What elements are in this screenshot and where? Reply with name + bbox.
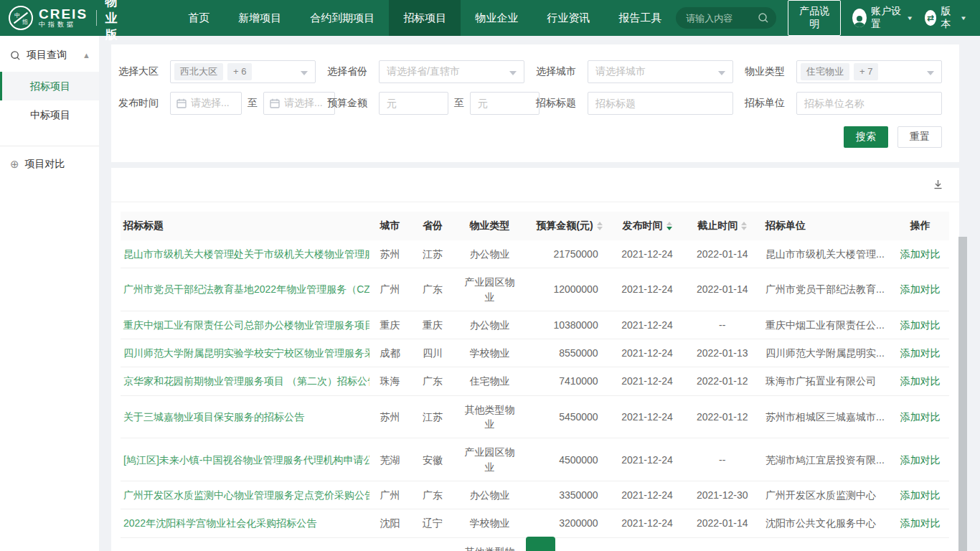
city-placeholder: 请选择城市 xyxy=(592,65,646,78)
publish-date-start-picker[interactable]: 请选择... xyxy=(170,92,242,115)
sort-carets-icon[interactable] xyxy=(741,222,747,230)
cell-budget: 21750000 xyxy=(524,240,610,268)
sidebar-group-title: 项目查询 xyxy=(27,49,67,62)
add-compare-link[interactable]: 添加对比 xyxy=(900,319,941,331)
bid-title-link[interactable]: 重庆中烟工业有限责任公司总部办公楼物业管理服务项目... xyxy=(123,319,369,331)
cell-budget: 8550000 xyxy=(524,339,610,367)
version-menu[interactable]: ⇄ 版本 ▼ xyxy=(925,5,967,31)
add-compare-link[interactable]: 添加对比 xyxy=(900,347,941,359)
nav-item-property-companies[interactable]: 物业企业 xyxy=(461,0,532,36)
add-compare-link[interactable]: 添加对比 xyxy=(900,454,941,466)
province-select[interactable]: 请选择省/直辖市 xyxy=(379,60,524,83)
chevron-down-icon: ▼ xyxy=(960,15,967,22)
bid-title-link[interactable]: 广州开发区水质监测中心物业管理服务定点竞价采购公告 xyxy=(123,489,369,501)
sidebar-item-project-compare[interactable]: ⊕ 项目对比 xyxy=(0,146,99,182)
nav-item-expiring-contracts[interactable]: 合约到期项目 xyxy=(296,0,389,36)
results-panel: 招标标题 城市 省份 物业类型 预算金额(元) 发布时间 截止时间 招标单位 操… xyxy=(111,168,959,551)
arrow-up-icon xyxy=(537,541,545,551)
nav-item-new-projects[interactable]: 新增项目 xyxy=(224,0,296,36)
chevron-down-icon: ▼ xyxy=(906,15,913,22)
bid-title-link[interactable]: 关于三城嘉物业项目保安服务的招标公告 xyxy=(123,411,304,423)
nav-item-industry-news[interactable]: 行业资讯 xyxy=(532,0,604,36)
main-content: 选择大区 西北大区 + 6 选择省份 请选择省/直辖市 选择城市 xyxy=(99,36,980,551)
budget-min-input[interactable] xyxy=(379,92,448,115)
add-compare-link[interactable]: 添加对比 xyxy=(900,375,941,387)
nav-item-report-tools[interactable]: 报告工具 xyxy=(604,0,676,36)
bid-title-input[interactable] xyxy=(588,92,733,115)
version-label: 版本 xyxy=(941,5,956,31)
table-body: 昆山市市级机关大楼管理处关于市级机关大楼物业管理服... 苏州 江苏 办公物业 … xyxy=(121,240,949,551)
brand-logo[interactable]: 中 指 CREIS 中指数据 物业版 xyxy=(0,0,136,36)
cell-bid-title: 广州市党员干部纪法教育基地2022年物业管理服务（CZ... xyxy=(121,268,369,311)
product-description-button[interactable]: 产品说明 xyxy=(788,0,841,36)
city-select[interactable]: 请选择城市 xyxy=(588,60,733,83)
sidebar-divider xyxy=(0,129,99,146)
cell-property-type: 产业园区物业 xyxy=(455,438,524,481)
sidebar-group-project-query[interactable]: 项目查询 ▲ xyxy=(0,36,99,72)
col-header-budget-sort[interactable]: 预算金额(元) xyxy=(524,212,610,240)
table-row: 广州开发区水质监测中心物业管理服务定点竞价采购公告 广州 广东 办公物业 335… xyxy=(121,481,949,509)
project-query-icon xyxy=(10,50,21,61)
add-compare-link[interactable]: 添加对比 xyxy=(900,517,941,529)
col-header-publish-date-sort[interactable]: 发布时间 xyxy=(610,212,685,240)
budget-max-input[interactable] xyxy=(470,92,540,115)
reset-button[interactable]: 重置 xyxy=(897,126,942,148)
cell-bid-unit: 重庆中烟工业有限责任公... xyxy=(760,311,891,339)
property-type-more-tag: + 7 xyxy=(854,63,878,80)
bid-title-link[interactable]: 昆山市市级机关大楼管理处关于市级机关大楼物业管理服... xyxy=(123,248,369,260)
add-compare-link[interactable]: 添加对比 xyxy=(900,411,941,423)
caret-down-icon xyxy=(927,71,934,75)
global-search-input[interactable] xyxy=(686,13,758,24)
bid-unit-input[interactable] xyxy=(796,92,942,115)
table-row: 关于三城嘉物业项目保安服务的招标公告 苏州 江苏 其他类型物业 5450000 … xyxy=(121,395,949,438)
bid-title-link[interactable]: 京华家和花园前期物业管理服务项目 （第二次）招标公告 xyxy=(123,375,369,387)
bid-table-wrap: 招标标题 城市 省份 物业类型 预算金额(元) 发布时间 截止时间 招标单位 操… xyxy=(111,202,959,551)
publish-date-end-picker[interactable]: 请选择... xyxy=(263,92,335,115)
nav-item-home[interactable]: 首页 xyxy=(174,0,224,36)
cell-deadline: 2022-01-13 xyxy=(684,537,760,551)
cell-province: 广东 xyxy=(410,537,455,551)
search-icon[interactable] xyxy=(758,12,769,24)
table-row: 京华家和花园前期物业管理服务项目 （第二次）招标公告 珠海 广东 住宅物业 74… xyxy=(121,367,949,395)
cell-bid-title: 关于三城嘉物业项目保安服务的招标公告 xyxy=(121,395,369,438)
cell-deadline: 2022-01-14 xyxy=(684,268,760,311)
account-settings-menu[interactable]: 账户设置 ▼ xyxy=(852,5,913,31)
cell-action: 添加对比 xyxy=(891,509,949,537)
property-type-select[interactable]: 住宅物业 + 7 xyxy=(796,60,942,83)
cell-bid-unit: 芜湖市鸠江宜居投资有限... xyxy=(760,438,891,481)
search-button[interactable]: 搜索 xyxy=(844,126,888,148)
bid-title-link[interactable]: [鸠江区]未来小镇-中国视谷物业管理服务代理机构申请公... xyxy=(123,454,369,466)
cell-province: 重庆 xyxy=(410,311,455,339)
cell-action: 添加对比 xyxy=(891,395,949,438)
add-compare-link[interactable]: 添加对比 xyxy=(900,283,941,295)
col-header-deadline-sort[interactable]: 截止时间 xyxy=(684,212,760,240)
bid-title-link[interactable]: 2022年沈阳科学宫物业社会化采购招标公告 xyxy=(123,517,316,529)
cell-city: 沈阳 xyxy=(369,509,410,537)
col-header-property-type: 物业类型 xyxy=(455,212,524,240)
add-compare-link[interactable]: 添加对比 xyxy=(900,489,941,501)
cell-action: 添加对比 xyxy=(891,537,949,551)
sort-carets-icon[interactable] xyxy=(666,222,672,230)
sidebar-item-won-projects[interactable]: 中标项目 xyxy=(0,100,99,129)
nav-item-bidding-projects[interactable]: 招标项目 xyxy=(389,0,461,36)
cell-property-type: 其他类型物业 xyxy=(455,537,524,551)
bid-title-link[interactable]: 四川师范大学附属昆明实验学校安宁校区物业管理服务采... xyxy=(123,347,369,359)
cell-budget: 4500000 xyxy=(524,438,610,481)
cell-budget: 3200000 xyxy=(524,509,610,537)
caret-down-icon xyxy=(301,71,308,75)
back-to-top-button[interactable] xyxy=(526,537,555,551)
cell-property-type: 住宅物业 xyxy=(455,367,524,395)
cell-publish-date: 2021-12-24 xyxy=(610,438,685,481)
bid-title-link[interactable]: 广州市党员干部纪法教育基地2022年物业管理服务（CZ... xyxy=(123,283,369,295)
sidebar-item-bidding-projects[interactable]: 招标项目 xyxy=(0,72,99,100)
download-icon[interactable] xyxy=(933,179,943,190)
region-select[interactable]: 西北大区 + 6 xyxy=(170,60,316,83)
cell-budget: 7410000 xyxy=(524,367,610,395)
vertical-scrollbar-thumb[interactable] xyxy=(958,237,967,551)
table-row: 重庆中烟工业有限责任公司总部办公楼物业管理服务项目... 重庆 重庆 办公物业 … xyxy=(121,311,949,339)
cell-action: 添加对比 xyxy=(891,438,949,481)
sort-carets-icon[interactable] xyxy=(597,222,603,230)
add-compare-link[interactable]: 添加对比 xyxy=(900,248,941,260)
cell-city: 芜湖 xyxy=(369,438,410,481)
cell-deadline: 2022-01-12 xyxy=(684,367,760,395)
